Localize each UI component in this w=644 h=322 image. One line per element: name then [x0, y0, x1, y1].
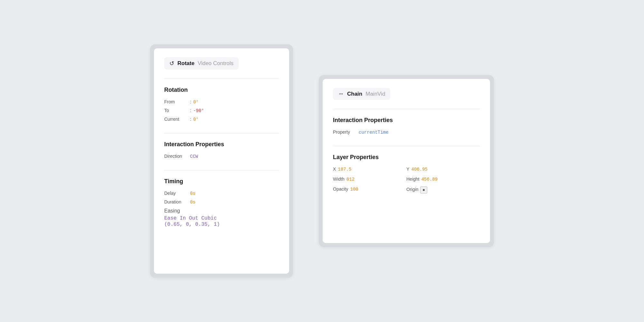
opacity-prop: Opacity 100 — [333, 186, 406, 194]
opacity-label: Opacity — [333, 186, 348, 192]
easing-label: Easing — [164, 208, 279, 214]
timing-title: Timing — [164, 178, 279, 185]
rotate-icon: ↺ — [169, 60, 174, 67]
duration-label: Duration — [164, 199, 190, 204]
layer-properties-grid: X 187.5 Y 406.95 Width 812 Height 456.89 — [333, 166, 480, 194]
rotation-from-label: From — [164, 99, 190, 104]
height-prop: Height 456.89 — [406, 176, 480, 182]
easing-value: Ease In Out Cubic(0.65, 0, 0.35, 1) — [164, 215, 220, 227]
rotation-section: Rotation From : 0° To : -90° Current : 0… — [164, 79, 279, 133]
delay-label: Delay — [164, 191, 190, 196]
rotation-from-value: 0° — [193, 99, 199, 105]
y-prop: Y 406.95 — [406, 166, 480, 172]
x-prop: X 187.5 — [333, 166, 406, 172]
left-panel: ↺ Rotate Video Controls Rotation From : … — [150, 44, 293, 278]
width-prop: Width 812 — [333, 176, 406, 182]
property-row: Property currentTime — [333, 129, 480, 135]
interaction-title-left: Interaction Properties — [164, 141, 279, 148]
origin-label: Origin — [406, 187, 418, 192]
delay-row: Delay 0s — [164, 191, 279, 196]
badge-title-left: Rotate — [177, 60, 194, 67]
rotation-from-row: From : 0° — [164, 99, 279, 105]
right-panel: ↔ Chain MainVid Interaction Properties P… — [319, 75, 494, 247]
interaction-section-right: Interaction Properties Property currentT… — [333, 109, 480, 146]
property-label: Property — [333, 129, 359, 135]
easing-block: Easing Ease In Out Cubic(0.65, 0, 0.35, … — [164, 208, 279, 227]
badge-subtitle-left: Video Controls — [198, 60, 233, 67]
direction-row: Direction CCW — [164, 154, 279, 159]
direction-label: Direction — [164, 154, 190, 159]
duration-row: Duration 0s — [164, 199, 279, 205]
interaction-title-right: Interaction Properties — [333, 117, 480, 124]
rotate-badge[interactable]: ↺ Rotate Video Controls — [164, 57, 239, 70]
height-label: Height — [406, 176, 419, 182]
timing-section: Timing Delay 0s Duration 0s Easing Ease … — [164, 170, 279, 240]
x-label: X — [333, 166, 336, 172]
direction-value: CCW — [190, 154, 198, 159]
origin-prop: Origin — [406, 186, 480, 194]
height-value: 456.89 — [421, 177, 437, 182]
property-value: currentTime — [359, 130, 388, 135]
rotation-to-label: To — [164, 108, 190, 113]
rotation-to-value: -90° — [193, 108, 204, 113]
width-value: 812 — [346, 177, 355, 182]
rotation-title: Rotation — [164, 87, 279, 93]
chain-badge[interactable]: ↔ Chain MainVid — [333, 88, 390, 100]
opacity-value: 100 — [350, 187, 358, 192]
right-panel-inner[interactable]: ↔ Chain MainVid Interaction Properties P… — [323, 79, 490, 243]
chain-icon: ↔ — [338, 90, 344, 97]
rotation-current-value: 0° — [193, 117, 199, 122]
badge-subtitle-right: MainVid — [365, 91, 385, 97]
origin-dot — [423, 189, 425, 191]
duration-value: 0s — [190, 200, 195, 205]
delay-value: 0s — [190, 191, 195, 196]
width-label: Width — [333, 176, 345, 182]
rotation-to-row: To : -90° — [164, 108, 279, 113]
y-label: Y — [406, 166, 409, 172]
layer-title: Layer Properties — [333, 154, 480, 161]
rotation-current-label: Current — [164, 117, 190, 122]
x-value: 187.5 — [338, 167, 351, 172]
left-panel-inner[interactable]: ↺ Rotate Video Controls Rotation From : … — [154, 48, 289, 274]
y-value: 406.95 — [411, 167, 427, 172]
badge-title-right: Chain — [347, 91, 362, 97]
layer-section: Layer Properties X 187.5 Y 406.95 Width … — [333, 146, 480, 201]
rotation-current-row: Current : 0° — [164, 117, 279, 122]
interaction-section-left: Interaction Properties Direction CCW — [164, 133, 279, 170]
origin-box[interactable] — [420, 186, 427, 194]
